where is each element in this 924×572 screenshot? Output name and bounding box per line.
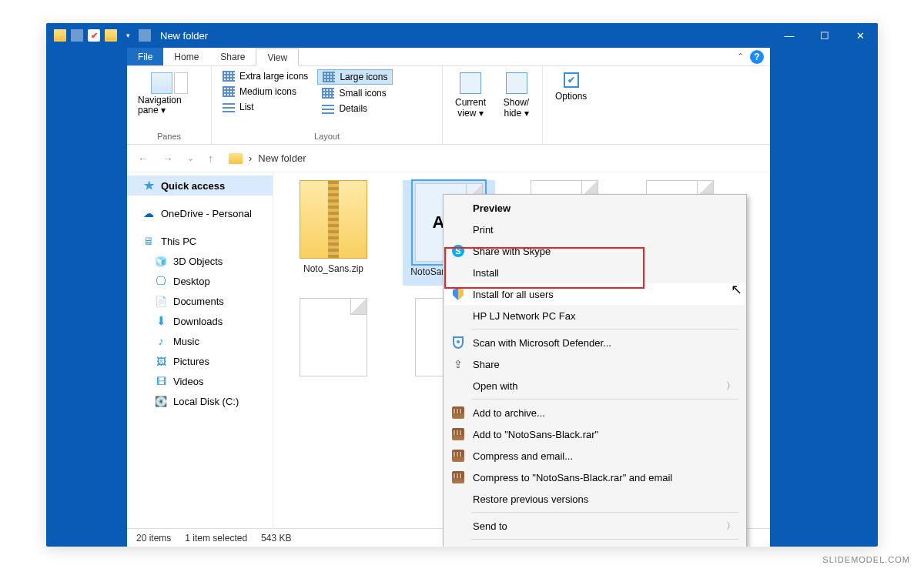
- show-hide-button[interactable]: Show/ hide ▾: [497, 69, 536, 122]
- menu-separator: [471, 512, 738, 513]
- cube-icon: 🧊: [155, 255, 167, 267]
- titlebar[interactable]: ✔ ▾ New folder — ☐ ✕: [46, 23, 878, 48]
- dropdown-icon[interactable]: ▾: [122, 29, 134, 42]
- breadcrumb-current: New folder: [258, 152, 306, 164]
- folder-icon: [54, 29, 66, 42]
- sidebar-this-pc[interactable]: 🖥This PC: [127, 231, 273, 251]
- winrar-icon: [451, 427, 465, 441]
- menu-separator: [471, 399, 738, 400]
- menu-cut[interactable]: Cut: [445, 542, 745, 547]
- options-button[interactable]: ✔Options: [549, 69, 593, 105]
- menu-preview[interactable]: Preview: [445, 197, 745, 219]
- sidebar-downloads[interactable]: ⬇Downloads: [127, 311, 273, 331]
- menu-open-with[interactable]: Open with〉: [445, 375, 745, 396]
- file-item-zip[interactable]: Noto_Sans.zip: [287, 180, 380, 286]
- separator: [71, 29, 83, 42]
- menu-share[interactable]: ⇪Share: [445, 353, 745, 375]
- view-tab[interactable]: View: [256, 49, 299, 66]
- home-tab[interactable]: Home: [163, 48, 209, 65]
- sidebar-music[interactable]: ♪Music: [127, 331, 273, 351]
- menu-install-all-users[interactable]: Install for all users: [445, 283, 745, 305]
- chevron-right-icon: ›: [249, 152, 252, 164]
- medium-icons-option[interactable]: Medium icons: [218, 85, 313, 99]
- menu-defender[interactable]: Scan with Microsoft Defender...: [445, 332, 745, 353]
- recent-dropdown[interactable]: ⌄: [184, 153, 197, 163]
- large-icons-option[interactable]: Large icons: [317, 69, 393, 85]
- cursor-icon: ↖: [731, 281, 742, 298]
- collapse-ribbon-icon[interactable]: ⌃: [737, 52, 744, 62]
- maximize-button[interactable]: ☐: [807, 23, 842, 48]
- share-tab[interactable]: Share: [209, 48, 256, 65]
- menu-print[interactable]: Print: [445, 219, 745, 240]
- ribbon: Navigation pane ▾ Panes Extra large icon…: [127, 66, 770, 145]
- music-icon: ♪: [155, 335, 167, 347]
- menu-separator: [471, 329, 738, 329]
- chevron-right-icon: 〉: [726, 380, 735, 393]
- sidebar-desktop[interactable]: 🖵Desktop: [127, 271, 273, 291]
- minimize-button[interactable]: —: [772, 23, 807, 48]
- list-option[interactable]: List: [218, 100, 313, 114]
- download-icon: ⬇: [155, 315, 167, 327]
- cloud-icon: ☁: [142, 207, 155, 219]
- menu-add-archive[interactable]: Add to archive...: [445, 402, 745, 423]
- forward-button[interactable]: →: [159, 152, 176, 165]
- breadcrumb[interactable]: › New folder: [224, 149, 762, 168]
- panes-group-label: Panes: [133, 130, 205, 144]
- navigation-pane-button[interactable]: Navigation pane ▾: [133, 69, 205, 119]
- folder-icon: [105, 29, 117, 42]
- menu-restore[interactable]: Restore previous versions: [445, 488, 745, 510]
- picture-icon: 🖼: [155, 355, 167, 367]
- zip-icon: [300, 180, 367, 259]
- details-option[interactable]: Details: [317, 102, 393, 115]
- desktop-icon: 🖵: [155, 275, 167, 287]
- defender-icon: [451, 336, 465, 350]
- disk-icon: 💽: [155, 395, 167, 407]
- menu-compress-rar-email[interactable]: Compress to "NotoSans-Black.rar" and ema…: [445, 467, 745, 488]
- sidebar-videos[interactable]: 🎞Videos: [127, 371, 273, 391]
- monitor-icon: 🖥: [142, 235, 155, 247]
- star-icon: ★: [142, 179, 155, 192]
- share-icon: ⇪: [451, 357, 465, 371]
- ribbon-tabs: File Home Share View ⌃ ?: [127, 48, 770, 66]
- document-icon: 📄: [155, 295, 167, 307]
- winrar-icon: [451, 449, 465, 463]
- small-icons-option[interactable]: Small icons: [317, 86, 393, 100]
- menu-share-skype[interactable]: SShare with Skype: [445, 240, 745, 262]
- winrar-icon: [451, 470, 465, 484]
- separator: [139, 29, 151, 42]
- font-icon: [300, 298, 367, 376]
- menu-install[interactable]: Install: [445, 262, 745, 283]
- sidebar-pictures[interactable]: 🖼Pictures: [127, 351, 273, 371]
- sidebar-quick-access[interactable]: ★Quick access: [127, 176, 273, 196]
- file-label: Noto_Sans.zip: [303, 263, 363, 274]
- address-bar: ← → ⌄ ↑ › New folder: [127, 145, 770, 172]
- up-button[interactable]: ↑: [205, 152, 216, 165]
- current-view-button[interactable]: Current view ▾: [449, 69, 492, 122]
- sidebar-onedrive[interactable]: ☁OneDrive - Personal: [127, 203, 273, 223]
- menu-compress-email[interactable]: Compress and email...: [445, 445, 745, 467]
- skype-icon: S: [451, 244, 465, 258]
- winrar-icon: [451, 406, 465, 420]
- chevron-right-icon: 〉: [726, 520, 735, 533]
- menu-separator: [471, 539, 738, 540]
- extra-large-icons-option[interactable]: Extra large icons: [218, 69, 313, 83]
- navigation-pane-label: Navigation pane ▾: [138, 95, 200, 115]
- sidebar-local-disk[interactable]: 💽Local Disk (C:): [127, 391, 273, 411]
- context-menu: Preview Print SShare with Skype Install …: [443, 194, 747, 547]
- file-tab[interactable]: File: [127, 48, 163, 65]
- help-icon[interactable]: ?: [750, 50, 764, 64]
- attribution-text: SLIDEMODEL.COM: [822, 555, 910, 564]
- back-button[interactable]: ←: [135, 152, 152, 165]
- menu-add-rar[interactable]: Add to "NotoSans-Black.rar": [445, 423, 745, 445]
- titlebar-quick-icons: ✔ ▾: [54, 29, 151, 42]
- sidebar-nav: ★Quick access ☁OneDrive - Personal 🖥This…: [127, 172, 273, 528]
- menu-hp-fax[interactable]: HP LJ Network PC Fax: [445, 305, 745, 326]
- explorer-frame: ✔ ▾ New folder — ☐ ✕ File Home Share Vie…: [46, 23, 878, 547]
- sidebar-documents[interactable]: 📄Documents: [127, 291, 273, 311]
- file-item[interactable]: [287, 298, 380, 376]
- check-icon: ✔: [88, 29, 100, 42]
- sidebar-3d-objects[interactable]: 🧊3D Objects: [127, 251, 273, 271]
- folder-icon: [229, 153, 243, 164]
- close-button[interactable]: ✕: [842, 23, 878, 48]
- menu-send-to[interactable]: Send to〉: [445, 515, 745, 537]
